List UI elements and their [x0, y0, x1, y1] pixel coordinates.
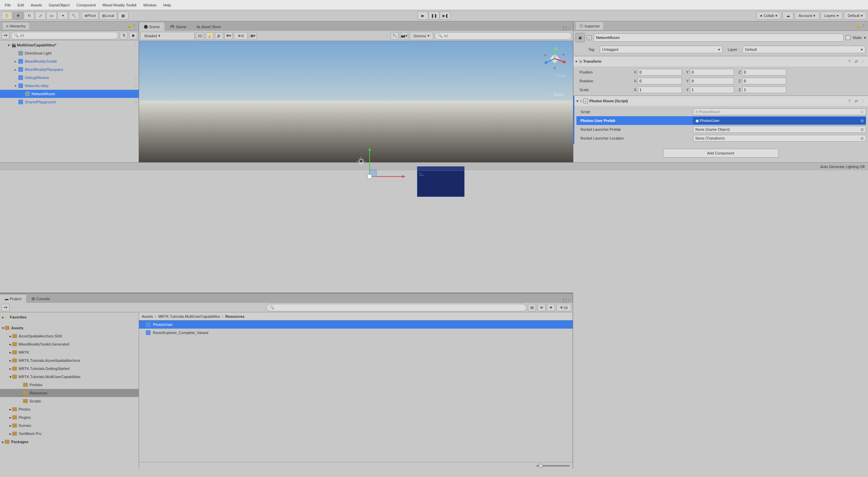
active-checkbox[interactable]: ✓: [587, 35, 592, 40]
menu-mrtk[interactable]: Mixed Reality Toolkit: [99, 2, 140, 8]
pause-button[interactable]: ❚❚: [429, 12, 439, 20]
tree-item-sharedplayground[interactable]: SharedPlayground›: [0, 98, 139, 106]
scene-root[interactable]: ▾🎬 MultiUserCapabilities* ⋮: [0, 41, 139, 49]
menu-gameobject[interactable]: GameObject: [45, 2, 73, 8]
asset-roverexplorer[interactable]: RoverExplorer_Complete_Variant: [139, 329, 573, 337]
position-x-input[interactable]: [638, 69, 682, 76]
tag-dropdown[interactable]: Untagged▾: [600, 46, 723, 53]
tree-item-playspace[interactable]: ▸MixedRealityPlayspace: [0, 65, 139, 74]
folder-item[interactable]: ▾MRTK.Tutorials.MultiUserCapabilities: [0, 373, 139, 381]
hidden-toggle[interactable]: 👁 0: [234, 32, 248, 40]
rotate-tool[interactable]: ↻: [24, 12, 35, 20]
scale-y-input[interactable]: [690, 86, 734, 93]
menu-file[interactable]: File: [1, 2, 14, 8]
add-component-button[interactable]: Add Component: [663, 149, 778, 158]
collab-dropdown[interactable]: ●Collab▾: [756, 12, 782, 20]
scale-z-input[interactable]: [742, 86, 786, 93]
menu-icon[interactable]: ⋮: [860, 99, 866, 103]
back-button[interactable]: ‹ Back: [551, 92, 564, 97]
inspector-tab[interactable]: ⓘ Inspector: [576, 22, 603, 30]
lock-icon[interactable]: 🔒: [127, 24, 132, 28]
rect-tool[interactable]: ▭: [46, 12, 57, 20]
audio-toggle[interactable]: 🔊: [215, 32, 223, 40]
scale-tool[interactable]: ⤢: [35, 12, 46, 20]
collapse-arrow[interactable]: ▾: [576, 99, 578, 103]
step-button[interactable]: ▶❚: [440, 12, 451, 20]
shaded-dropdown[interactable]: Shaded ▾: [140, 32, 195, 40]
menu-icon[interactable]: ⋮: [860, 59, 866, 64]
star-icon[interactable]: ★: [547, 304, 555, 311]
transform-tool[interactable]: ✦: [57, 12, 68, 20]
layers-dropdown[interactable]: Layers ▾: [821, 12, 843, 20]
move-gizmo[interactable]: [353, 146, 414, 190]
hidden-icon[interactable]: 👁 16: [556, 304, 571, 311]
rotation-y-input[interactable]: [690, 78, 734, 84]
breadcrumb-item[interactable]: MRTK.Tutorials.MultiUserCapabilities: [158, 314, 220, 318]
preset-icon[interactable]: ⇄: [853, 99, 859, 103]
launcher-loc-field[interactable]: None (Transform)⊙: [693, 135, 866, 142]
menu-icon[interactable]: ⋮: [567, 298, 571, 303]
filter-icon[interactable]: ▤: [528, 304, 536, 311]
eye-icon[interactable]: 👁: [537, 304, 546, 311]
layer-dropdown[interactable]: Default▾: [743, 46, 865, 53]
folder-item[interactable]: ▸Photon: [0, 405, 139, 413]
lock-icon[interactable]: 🔒: [856, 24, 861, 28]
breadcrumb-item[interactable]: Resources: [225, 314, 244, 318]
tree-item-networkroom[interactable]: NetworkRoom: [0, 90, 139, 98]
folder-item[interactable]: ▸AzureSpatialAnchors.SDK: [0, 332, 139, 340]
folder-item[interactable]: ▸Scenes: [0, 421, 139, 430]
folder-item[interactable]: ▸Plugins: [0, 413, 139, 421]
scene-search[interactable]: 🔍 All: [435, 32, 572, 40]
maximize-icon[interactable]: ⛶: [563, 298, 566, 303]
scene-tab[interactable]: ⬤ Scene: [139, 22, 164, 31]
zoom-slider[interactable]: [536, 465, 570, 466]
lighting-status[interactable]: Auto Generate Lighting Off: [820, 165, 865, 169]
move-tool[interactable]: ✥: [13, 12, 23, 20]
menu-icon[interactable]: ⋮: [132, 24, 136, 28]
lighting-toggle[interactable]: 💡: [205, 32, 214, 40]
folder-item[interactable]: ▸TextMesh Pro: [0, 430, 139, 438]
menu-edit[interactable]: Edit: [14, 2, 27, 8]
folder-item[interactable]: Prefabs: [0, 381, 139, 389]
folder-item[interactable]: ▸MRTK.Tutorials.AzureSpatialAnchors: [0, 356, 139, 365]
menu-component[interactable]: Component: [73, 2, 99, 8]
tree-item-debugwindow[interactable]: DebugWindow›: [0, 74, 139, 82]
assets-folder[interactable]: ▾Assets: [0, 324, 139, 332]
object-name-input[interactable]: [594, 34, 844, 42]
local-toggle[interactable]: ⊞Local: [99, 12, 117, 20]
menu-icon[interactable]: ⋮: [862, 24, 865, 28]
layout-dropdown[interactable]: Default ▾: [844, 12, 867, 20]
rotation-x-input[interactable]: [638, 78, 682, 84]
snap-toggle[interactable]: ▦: [118, 12, 129, 20]
create-dropdown[interactable]: +▾: [1, 32, 9, 39]
tools-icon[interactable]: 🔧: [391, 32, 399, 40]
hierarchy-tab[interactable]: ≡ Hierarchy: [3, 23, 29, 29]
play-button[interactable]: ▶: [417, 12, 428, 20]
packages-folder[interactable]: ▸Packages: [0, 438, 139, 446]
hierarchy-search[interactable]: 🔍 All: [11, 32, 118, 39]
asset-photonuser[interactable]: PhotonUser: [139, 320, 573, 329]
position-y-input[interactable]: [690, 69, 734, 76]
account-dropdown[interactable]: Account ▾: [795, 12, 819, 20]
help-icon[interactable]: ?: [846, 99, 852, 103]
game-tab[interactable]: 🎮 Game: [165, 22, 191, 31]
tree-item-light[interactable]: Directional Light: [0, 49, 139, 57]
custom-tool[interactable]: 🔧: [68, 12, 79, 20]
grid-toggle[interactable]: ▦▾: [249, 32, 257, 40]
hier-sort[interactable]: ⇅: [120, 32, 128, 39]
launcher-prefab-field[interactable]: None (Game Object)⊙: [693, 126, 866, 133]
folder-item-resources[interactable]: Resources: [0, 389, 139, 397]
rotation-z-input[interactable]: [742, 78, 786, 84]
create-dropdown[interactable]: +▾: [1, 304, 9, 311]
favorites-folder[interactable]: ▸★Favorites: [0, 313, 139, 321]
camera-icon[interactable]: 📷▾: [400, 32, 408, 40]
menu-help[interactable]: Help: [160, 2, 175, 8]
menu-window[interactable]: Window: [140, 2, 160, 8]
asset-store-tab[interactable]: 🛍 Asset Store: [192, 23, 225, 31]
tree-item-networklobby[interactable]: ▾NetworkLobby›: [0, 82, 139, 90]
folder-item[interactable]: ▸MixedRealityToolkit.Generated: [0, 340, 139, 348]
console-tab[interactable]: ▤ Console: [27, 294, 55, 303]
gizmos-dropdown[interactable]: Gizmos ▾: [410, 32, 433, 40]
folder-item[interactable]: ▸MRTK: [0, 348, 139, 356]
project-tab[interactable]: ▬ Project: [0, 295, 26, 303]
